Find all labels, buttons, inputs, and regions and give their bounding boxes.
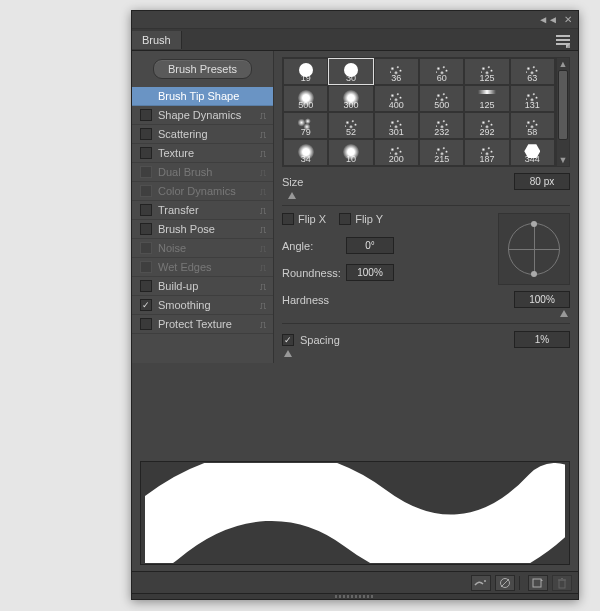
toggle-lock-icon[interactable] xyxy=(495,575,515,591)
option-pose-checkbox[interactable] xyxy=(140,223,152,235)
option-noise[interactable]: Noise⎍ xyxy=(132,239,273,258)
option-wet-checkbox[interactable] xyxy=(140,261,152,273)
brush-swatch[interactable]: 34 xyxy=(283,139,328,166)
brush-swatch[interactable]: 232 xyxy=(419,112,464,139)
brush-swatch[interactable]: 215 xyxy=(419,139,464,166)
option-colordyn-label: Color Dynamics xyxy=(158,185,257,197)
option-smooth[interactable]: Smoothing⎍ xyxy=(132,296,273,315)
lock-icon[interactable]: ⎍ xyxy=(257,148,269,159)
option-texture[interactable]: Texture⎍ xyxy=(132,144,273,163)
new-brush-icon[interactable] xyxy=(528,575,548,591)
option-wet[interactable]: Wet Edges⎍ xyxy=(132,258,273,277)
scroll-thumb[interactable] xyxy=(558,70,568,140)
scroll-up-icon[interactable]: ▲ xyxy=(559,58,568,70)
option-pose[interactable]: Brush Pose⎍ xyxy=(132,220,273,239)
brush-swatch[interactable]: 301 xyxy=(374,112,419,139)
swatch-shape-icon xyxy=(387,90,405,104)
panel-menu-icon[interactable] xyxy=(554,33,572,47)
brush-swatch[interactable]: 400 xyxy=(374,85,419,112)
lock-icon[interactable]: ⎍ xyxy=(257,224,269,235)
lock-icon[interactable]: ⎍ xyxy=(257,110,269,121)
option-tip[interactable]: Brush Tip Shape xyxy=(132,87,273,106)
brush-swatch[interactable]: 19 xyxy=(283,58,328,85)
option-shapedyn-checkbox[interactable] xyxy=(140,109,152,121)
scroll-down-icon[interactable]: ▼ xyxy=(559,154,568,166)
brush-swatch[interactable]: 125 xyxy=(464,58,509,85)
brush-swatch[interactable]: 10 xyxy=(328,139,373,166)
brush-swatch[interactable]: 131 xyxy=(510,85,555,112)
size-slider[interactable] xyxy=(282,191,570,199)
lock-icon[interactable]: ⎍ xyxy=(257,205,269,216)
lock-icon[interactable]: ⎍ xyxy=(257,262,269,273)
option-colordyn-checkbox[interactable] xyxy=(140,185,152,197)
brush-swatch[interactable]: 500 xyxy=(419,85,464,112)
brush-swatch[interactable]: 36 xyxy=(374,58,419,85)
collapse-icon[interactable]: ◄◄ xyxy=(538,14,558,25)
option-colordyn[interactable]: Color Dynamics⎍ xyxy=(132,182,273,201)
swatch-shape-icon xyxy=(433,144,451,158)
flip-x-checkbox[interactable]: Flip X xyxy=(282,213,326,225)
brush-presets-button[interactable]: Brush Presets xyxy=(153,59,252,79)
option-transfer-label: Transfer xyxy=(158,204,257,216)
option-smooth-checkbox[interactable] xyxy=(140,299,152,311)
brush-swatch[interactable]: 30 xyxy=(328,58,373,85)
lock-icon[interactable]: ⎍ xyxy=(257,186,269,197)
option-protect[interactable]: Protect Texture⎍ xyxy=(132,315,273,334)
option-noise-label: Noise xyxy=(158,242,257,254)
lock-icon[interactable]: ⎍ xyxy=(257,319,269,330)
hardness-slider[interactable] xyxy=(282,309,570,317)
tab-brush[interactable]: Brush xyxy=(132,31,182,49)
swatch-shape-icon xyxy=(478,144,496,158)
close-icon[interactable]: ✕ xyxy=(564,14,572,25)
spacing-checkbox[interactable] xyxy=(282,334,294,346)
spacing-slider[interactable] xyxy=(282,349,570,357)
brush-swatch[interactable]: 125 xyxy=(464,85,509,112)
option-scatter-checkbox[interactable] xyxy=(140,128,152,140)
option-buildup-checkbox[interactable] xyxy=(140,280,152,292)
panel-footer xyxy=(132,571,578,593)
resize-handle[interactable] xyxy=(132,593,578,599)
option-transfer-checkbox[interactable] xyxy=(140,204,152,216)
roundness-input[interactable]: 100% xyxy=(346,264,394,281)
spacing-input[interactable]: 1% xyxy=(514,331,570,348)
swatch-shape-icon xyxy=(433,63,451,77)
brush-swatch[interactable]: 52 xyxy=(328,112,373,139)
hardness-input[interactable]: 100% xyxy=(514,291,570,308)
lock-icon[interactable]: ⎍ xyxy=(257,281,269,292)
swatch-shape-icon xyxy=(523,63,541,77)
lock-icon[interactable]: ⎍ xyxy=(257,167,269,178)
option-protect-checkbox[interactable] xyxy=(140,318,152,330)
brush-swatch[interactable]: 187 xyxy=(464,139,509,166)
brush-swatch[interactable]: 300 xyxy=(328,85,373,112)
swatch-scrollbar[interactable]: ▲ ▼ xyxy=(556,57,570,167)
option-scatter[interactable]: Scattering⎍ xyxy=(132,125,273,144)
angle-widget[interactable] xyxy=(498,213,570,285)
brush-swatch[interactable]: 500 xyxy=(283,85,328,112)
brush-swatch[interactable]: 344 xyxy=(510,139,555,166)
option-shapedyn[interactable]: Shape Dynamics⎍ xyxy=(132,106,273,125)
size-input[interactable]: 80 px xyxy=(514,173,570,190)
lock-icon[interactable]: ⎍ xyxy=(257,243,269,254)
flip-y-checkbox[interactable]: Flip Y xyxy=(339,213,383,225)
option-dual-checkbox[interactable] xyxy=(140,166,152,178)
angle-label: Angle: xyxy=(282,240,346,252)
brush-swatch[interactable]: 60 xyxy=(419,58,464,85)
option-protect-label: Protect Texture xyxy=(158,318,257,330)
brush-swatch[interactable]: 79 xyxy=(283,112,328,139)
angle-input[interactable]: 0° xyxy=(346,237,394,254)
option-transfer[interactable]: Transfer⎍ xyxy=(132,201,273,220)
option-dual[interactable]: Dual Brush⎍ xyxy=(132,163,273,182)
swatch-shape-icon xyxy=(298,144,314,160)
lock-icon[interactable]: ⎍ xyxy=(257,300,269,311)
option-texture-checkbox[interactable] xyxy=(140,147,152,159)
brush-swatch[interactable]: 200 xyxy=(374,139,419,166)
option-buildup[interactable]: Build-up⎍ xyxy=(132,277,273,296)
toggle-preview-icon[interactable] xyxy=(471,575,491,591)
option-noise-checkbox[interactable] xyxy=(140,242,152,254)
brush-swatch[interactable]: 63 xyxy=(510,58,555,85)
brush-swatch[interactable]: 292 xyxy=(464,112,509,139)
delete-brush-icon[interactable] xyxy=(552,575,572,591)
lock-icon[interactable]: ⎍ xyxy=(257,129,269,140)
brush-swatch[interactable]: 58 xyxy=(510,112,555,139)
svg-point-0 xyxy=(484,580,486,582)
